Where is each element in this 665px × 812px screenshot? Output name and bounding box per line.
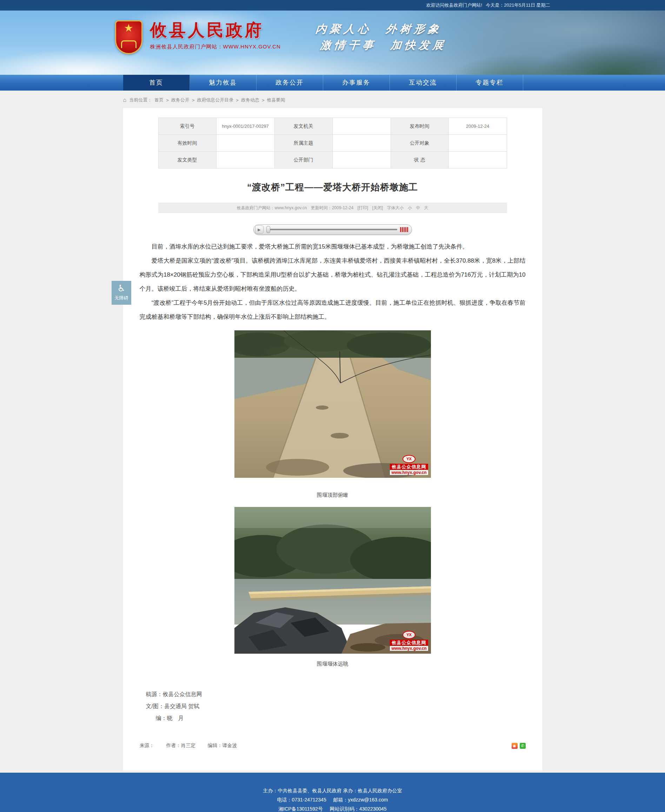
info-label-index: 索引号 xyxy=(158,118,216,135)
site-subtitle: 株洲攸县人民政府门户网站：WWW.HNYX.GOV.CN xyxy=(150,44,281,50)
footer-site-code: 网站识别码：4302230045 xyxy=(330,806,387,812)
watermark-site-name: 攸县公众信息网 xyxy=(390,464,428,470)
document-info-table: 索引号 hnyx-0001/2017-00297 发文机关 发布时间 2009-… xyxy=(158,118,507,169)
info-label-pubdate: 发布时间 xyxy=(391,118,449,135)
audio-player: ▶ xyxy=(253,224,412,235)
info-value-audience xyxy=(449,135,507,152)
source-line: 稿源：攸县公众信息网 xyxy=(146,689,526,700)
watermark-url: www.hnyx.gov.cn xyxy=(390,470,428,475)
national-emblem-icon: ★ xyxy=(115,20,142,54)
footer-email: 邮箱：yxdzzw@163.com xyxy=(333,797,388,802)
photo-caption: 围堰顶部俯瞰 xyxy=(140,492,526,499)
article-paragraph: 目前，酒埠水库的水位已达到施工要求，爱塔大桥施工所需的宽15米围堰堰体已基本成型… xyxy=(140,240,526,254)
fontsize-medium-button[interactable]: 中 xyxy=(416,205,420,210)
weibo-share-icon[interactable]: ◉ xyxy=(512,743,518,749)
page-title: “渡改桥”工程——爱塔大桥开始桥墩施工 xyxy=(140,181,526,194)
play-button[interactable]: ▶ xyxy=(255,225,264,234)
wechat-share-icon[interactable]: ✆ xyxy=(520,743,526,749)
byline-author: 作者：肖三定 xyxy=(166,743,196,749)
credit-line: 文/图：县交通局 贺轼 xyxy=(146,700,526,712)
info-label-validtime: 有效时间 xyxy=(158,135,216,152)
article-meta-bar: 攸县政府门户网站：www.hnyx.gov.cn 更新时间：2009-12-24… xyxy=(158,203,507,213)
info-label-doctype: 发文类型 xyxy=(158,152,216,169)
breadcrumb-item-news[interactable]: 攸县要闻 xyxy=(267,97,285,103)
watermark-logo: YX xyxy=(403,631,416,639)
article-paragraph: 爱塔大桥是国家立项的“渡改桥”项目。该桥横跨酒埠江水库尾部，东连黄丰桥镇爱塔村，… xyxy=(140,254,526,296)
byline-source: 来源： xyxy=(140,743,154,749)
info-value-agency xyxy=(332,118,391,135)
breadcrumb-separator: > xyxy=(166,98,169,103)
footer-phone: 电话：0731-24712345 xyxy=(277,797,326,802)
info-label-topic: 所属主题 xyxy=(274,135,332,152)
table-row: 索引号 hnyx-0001/2017-00297 发文机关 发布时间 2009-… xyxy=(158,118,507,135)
breadcrumb-item-gov-affairs[interactable]: 政务公开 xyxy=(171,97,190,103)
breadcrumb-separator: > xyxy=(192,98,195,103)
header-slogan: 内聚人心 外树形象 激情干事 加快发展 xyxy=(313,21,449,53)
home-icon: ⌂ xyxy=(123,97,127,103)
breadcrumb-item-dynamics[interactable]: 政务动态 xyxy=(241,97,259,103)
site-logo[interactable]: ★ 攸县人民政府 株洲攸县人民政府门户网站：WWW.HNYX.GOV.CN xyxy=(115,20,281,54)
breadcrumb-separator: > xyxy=(262,98,265,103)
breadcrumb-separator: > xyxy=(236,98,239,103)
footer-icp[interactable]: 湘ICP备13011592号 xyxy=(278,806,323,812)
player-slider-handle[interactable] xyxy=(266,226,270,233)
watermark-logo: YX xyxy=(403,455,416,463)
photo-watermark: YX 攸县公众信息网 www.hnyx.gov.cn xyxy=(390,455,428,475)
player-track[interactable] xyxy=(266,229,397,230)
watermark-site-name: 攸县公众信息网 xyxy=(390,640,428,646)
info-value-pubdate: 2009-12-24 xyxy=(449,118,507,135)
watermark-url: www.hnyx.gov.cn xyxy=(390,646,428,651)
table-row: 有效时间 所属主题 公开对象 xyxy=(158,135,507,152)
nav-tab-gov-affairs[interactable]: 政务公开 xyxy=(257,75,323,90)
breadcrumb-label: 当前位置： xyxy=(129,97,152,103)
info-label-audience: 公开对象 xyxy=(391,135,449,152)
breadcrumb-item-directory[interactable]: 政府信息公开目录 xyxy=(197,97,233,103)
info-value-status xyxy=(449,152,507,169)
nav-tab-charm[interactable]: 魅力攸县 xyxy=(190,75,257,90)
fontsize-label: 字体大小 xyxy=(387,205,404,210)
breadcrumb: ⌂ 当前位置： 首页 > 政务公开 > 政府信息公开目录 > 政务动态 > 攸县… xyxy=(123,97,542,103)
nav-tab-services[interactable]: 办事服务 xyxy=(323,75,390,90)
info-value-index: hnyx-0001/2017-00297 xyxy=(216,118,274,135)
article-paragraph: “渡改桥”工程于今年5月份开始动工，但由于库区水位过高等原因造成施工进度缓慢。目… xyxy=(140,296,526,324)
info-label-agency: 发文机关 xyxy=(274,118,332,135)
slogan-line-2: 激情干事 加快发展 xyxy=(319,37,447,53)
info-label-department: 公开部门 xyxy=(274,152,332,169)
breadcrumb-item-home[interactable]: 首页 xyxy=(154,97,164,103)
site-footer: 主办：中共攸县县委、攸县人民政府 承办：攸县人民政府办公室 电话：0731-24… xyxy=(0,773,665,812)
site-title: 攸县人民政府 xyxy=(150,20,281,40)
article-source-block: 稿源：攸县公众信息网 文/图：县交通局 贺轼 编：晓 月 xyxy=(146,689,526,724)
welcome-text: 欢迎访问攸县政府门户网站! xyxy=(426,2,483,8)
meta-site: 攸县政府门户网站：www.hnyx.gov.cn xyxy=(237,205,307,210)
wheelchair-icon: ♿ xyxy=(111,283,131,294)
photo-cofferdam-distant: YX 攸县公众信息网 www.hnyx.gov.cn xyxy=(234,507,431,654)
nav-tab-interaction[interactable]: 互动交流 xyxy=(390,75,457,90)
fontsize-small-button[interactable]: 小 xyxy=(408,205,412,210)
volume-bars-icon[interactable] xyxy=(400,227,408,232)
slogan-line-1: 内聚人心 外树形象 xyxy=(315,21,449,37)
site-header: ★ 攸县人民政府 株洲攸县人民政府门户网站：WWW.HNYX.GOV.CN 内聚… xyxy=(0,10,665,75)
accessibility-button[interactable]: ♿ 无障碍 xyxy=(111,281,131,305)
article-body: 目前，酒埠水库的水位已达到施工要求，爱塔大桥施工所需的宽15米围堰堰体已基本成型… xyxy=(140,240,526,324)
photo-watermark: YX 攸县公众信息网 www.hnyx.gov.cn xyxy=(390,631,428,651)
table-row: 发文类型 公开部门 状 态 xyxy=(158,152,507,169)
info-value-department xyxy=(332,152,391,169)
footer-organizer-line: 主办：中共攸县县委、攸县人民政府 承办：攸县人民政府办公室 xyxy=(0,786,665,795)
accessibility-label: 无障碍 xyxy=(111,295,131,301)
info-label-status: 状 态 xyxy=(391,152,449,169)
nav-tab-home[interactable]: 首页 xyxy=(123,75,190,90)
info-value-validtime xyxy=(216,135,274,152)
top-bar: 欢迎访问攸县政府门户网站! 今天是：2021年5月11日 星期二 xyxy=(0,0,665,10)
nav-tab-special[interactable]: 专题专栏 xyxy=(457,75,523,90)
fontsize-large-button[interactable]: 大 xyxy=(424,205,428,210)
info-value-topic xyxy=(332,135,391,152)
print-button[interactable]: [打印] xyxy=(357,205,368,210)
byline-editor: 编辑：谭金波 xyxy=(208,743,237,749)
editor-line: 编：晓 月 xyxy=(146,712,526,724)
byline-bar: 来源： 作者：肖三定 编辑：谭金波 ◉ ✆ xyxy=(140,743,526,749)
content-panel: 索引号 hnyx-0001/2017-00297 发文机关 发布时间 2009-… xyxy=(123,108,542,771)
photo-caption: 围堰堰体远眺 xyxy=(140,661,526,668)
close-button[interactable]: [关闭] xyxy=(372,205,383,210)
breadcrumb-bar: ⌂ 当前位置： 首页 > 政务公开 > 政府信息公开目录 > 政务动态 > 攸县… xyxy=(0,90,665,108)
info-value-doctype xyxy=(216,152,274,169)
